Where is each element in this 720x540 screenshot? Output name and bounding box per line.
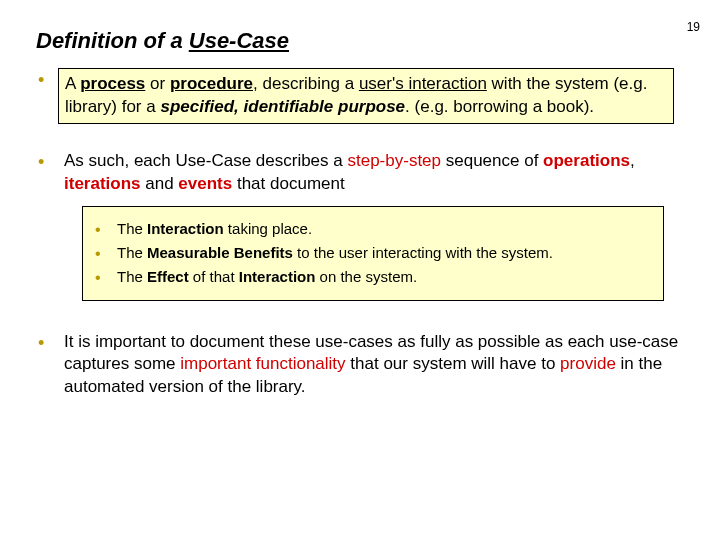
sub-interaction: The Interaction taking place.	[93, 219, 653, 239]
text: that our system will have to	[346, 354, 560, 373]
bullet-definition: A process or procedure, describing a use…	[36, 68, 684, 124]
text: As such, each Use-Case describes a	[64, 151, 347, 170]
text: to the user interacting with the system.	[293, 244, 553, 261]
text: A	[65, 74, 80, 93]
text: The	[117, 268, 147, 285]
bullet-list: A process or procedure, describing a use…	[36, 68, 684, 399]
sub-effect: The Effect of that Interaction on the sy…	[93, 267, 653, 287]
kw-interaction: Interaction	[147, 220, 224, 237]
kw-interaction-2: Interaction	[239, 268, 316, 285]
bullet-sequence: As such, each Use-Case describes a step-…	[36, 150, 684, 301]
title-prefix: Definition of a	[36, 28, 189, 53]
kw-iterations: iterations	[64, 174, 141, 193]
kw-effect: Effect	[147, 268, 189, 285]
text: that document	[232, 174, 344, 193]
page-number: 19	[687, 20, 700, 34]
text: ,	[630, 151, 635, 170]
definition-box: A process or procedure, describing a use…	[58, 68, 674, 124]
text: . (e.g. borrowing a book).	[405, 97, 594, 116]
kw-process: process	[80, 74, 145, 93]
title-term: Use-Case	[189, 28, 289, 53]
kw-operations: operations	[543, 151, 630, 170]
text: The	[117, 244, 147, 261]
text: and	[141, 174, 179, 193]
kw-provide: provide	[560, 354, 616, 373]
bullet-document: It is important to document these use-ca…	[36, 331, 684, 400]
slide: 19 Definition of a Use-Case A process or…	[0, 0, 720, 540]
text: taking place.	[224, 220, 312, 237]
text: on the system.	[315, 268, 417, 285]
text: The	[117, 220, 147, 237]
kw-benefits: Measurable Benefits	[147, 244, 293, 261]
slide-title: Definition of a Use-Case	[36, 28, 684, 54]
kw-events: events	[178, 174, 232, 193]
text: or	[145, 74, 170, 93]
sub-bullet-box: The Interaction taking place. The Measur…	[82, 206, 664, 301]
kw-step-by-step: step-by-step	[347, 151, 441, 170]
kw-purpose: specified, identifiable purpose	[160, 97, 405, 116]
kw-important-functionality: important functionality	[180, 354, 345, 373]
text: sequence of	[441, 151, 543, 170]
sub-benefits: The Measurable Benefits to the user inte…	[93, 243, 653, 263]
text: , describing a	[253, 74, 359, 93]
text: of that	[189, 268, 239, 285]
kw-user-interaction: user's interaction	[359, 74, 487, 93]
kw-procedure: procedure	[170, 74, 253, 93]
